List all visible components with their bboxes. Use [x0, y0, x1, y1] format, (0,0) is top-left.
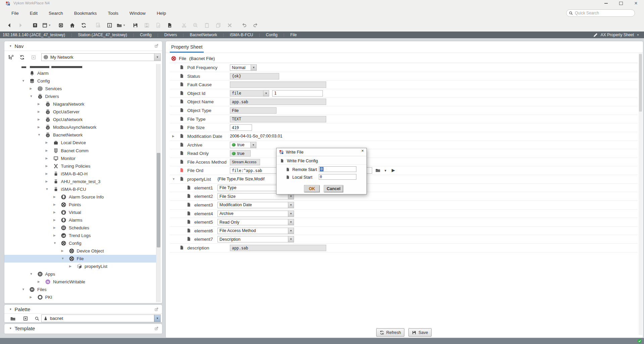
tree-item-config[interactable]: ▼Config — [4, 77, 156, 85]
nav-scope-dropdown[interactable]: My Network ▼ — [41, 53, 161, 61]
toolbar-paste-button[interactable] — [202, 20, 212, 30]
tree-expander-icon[interactable]: ▶ — [30, 87, 35, 90]
local-start-input[interactable]: 0 — [319, 174, 356, 180]
toolbar-save-all-button[interactable] — [142, 20, 152, 30]
tree-expander-icon[interactable]: ▶ — [38, 280, 42, 283]
breadcrumb-item[interactable]: BacnetNetwork — [190, 33, 217, 37]
field-element3[interactable]: Modification Date — [217, 202, 288, 208]
row-expander-icon[interactable]: ▶ — [172, 134, 175, 138]
toolbar-back-button[interactable] — [4, 20, 14, 30]
dropdown-arrow-button[interactable]: ▼ — [288, 219, 294, 225]
menu-bookmarks[interactable]: Bookmarks — [72, 11, 99, 16]
tree-item-trend-logs[interactable]: ▶Trend Logs — [4, 232, 156, 239]
toolbar-up-level-button[interactable] — [30, 20, 40, 30]
tree-expander-icon[interactable]: ▶ — [53, 211, 58, 214]
toolbar-forward-button[interactable] — [15, 20, 26, 30]
tree-expander-icon[interactable]: ▶ — [61, 249, 66, 252]
field-file-access-method[interactable]: Stream Access — [230, 159, 260, 165]
breadcrumb-item[interactable]: Config — [266, 33, 278, 37]
tree-expander-icon[interactable]: ▼ — [46, 187, 50, 191]
row-expander-icon[interactable]: ▼ — [172, 177, 175, 181]
tree-item-device-object[interactable]: ▶Device Object — [4, 247, 156, 255]
dropdown-arrow-button[interactable]: ▼ — [154, 54, 160, 61]
tree-item-file[interactable]: ▼File — [4, 255, 156, 263]
tree-expander-icon[interactable]: ▶ — [46, 180, 50, 183]
tree-item-propertylist[interactable]: ▶propertyList — [4, 263, 156, 270]
tree-expander-icon[interactable]: ▶ — [38, 110, 42, 113]
nav-scrollbar-thumb[interactable] — [157, 153, 160, 247]
toolbar-save-button[interactable] — [130, 20, 141, 30]
tree-item-pki[interactable]: ▶PKI — [4, 293, 156, 301]
field-object-id-type[interactable]: file — [230, 90, 263, 97]
menu-edit[interactable]: Edit — [28, 11, 40, 16]
field-fault-cause[interactable] — [230, 81, 326, 88]
palette-module-dropdown[interactable]: bacnet ▼ — [41, 314, 161, 322]
cancel-button[interactable]: Cancel — [324, 185, 343, 192]
tree-expander-icon[interactable]: ▼ — [53, 241, 58, 245]
refresh-icon[interactable] — [17, 53, 27, 62]
tree-expander-icon[interactable]: ▶ — [38, 125, 42, 129]
tree-item-alarm-source-info[interactable]: ▶Alarm Source Info — [4, 193, 156, 201]
tree-item-tuning-policies[interactable]: ▶Tuning Policies — [4, 162, 156, 170]
tree-item-isma-b-fcu[interactable]: ▼iSMA-B-FCU — [4, 185, 156, 193]
template-header[interactable]: ▾ Template — [4, 324, 162, 333]
toolbar-home-button[interactable] — [67, 20, 78, 30]
tree-view-icon[interactable] — [6, 53, 16, 62]
tree-item-alarms[interactable]: ▶Alarms — [4, 216, 156, 224]
tree-expander-icon[interactable]: ▼ — [38, 133, 42, 136]
tree-item-schedules[interactable]: ▶Schedules — [4, 224, 156, 232]
tree-item-drivers[interactable]: ▼Drivers — [4, 93, 156, 100]
toolbar-import-button[interactable] — [153, 20, 163, 30]
tree-item-apps[interactable]: ▼Apps — [4, 270, 156, 278]
tree-expander-icon[interactable]: ▶ — [53, 203, 58, 206]
field-element5[interactable]: Read Only — [217, 219, 288, 225]
menu-file[interactable]: File — [9, 11, 21, 16]
tree-expander-icon[interactable]: ▼ — [22, 79, 27, 82]
expand-panel-icon[interactable] — [154, 44, 159, 48]
tree-expander-icon[interactable]: ▼ — [61, 257, 66, 260]
view-selector[interactable]: AX Property Sheet ▼ — [593, 32, 639, 38]
dropdown-arrow-button[interactable]: ▼ — [154, 315, 160, 322]
dropdown-arrow-button[interactable]: ▼ — [288, 211, 294, 217]
menu-help[interactable]: Help — [155, 11, 168, 16]
ok-button[interactable]: OK — [304, 185, 320, 192]
field-poll-frequency[interactable]: Normal — [230, 64, 251, 71]
tab-property-sheet[interactable]: Property Sheet — [170, 42, 204, 53]
field-status[interactable]: {ok} — [230, 73, 279, 79]
field-read-only[interactable]: true — [230, 150, 251, 157]
chevron-down-icon[interactable]: ▼ — [123, 24, 126, 27]
tree-expander-icon[interactable]: ▶ — [38, 118, 42, 121]
dropdown-arrow-button[interactable]: ▼ — [288, 228, 294, 234]
toolbar-redo-button[interactable] — [250, 20, 261, 30]
remote-start-input[interactable]: 0 — [319, 166, 356, 172]
maximize-button[interactable] — [618, 1, 623, 6]
breadcrumb-item[interactable]: 192.168.1.140 (JACE_47_testowy) — [3, 33, 65, 37]
toolbar-refresh-button[interactable] — [79, 20, 89, 30]
tree-expander-icon[interactable]: ▶ — [53, 226, 58, 229]
chevron-down-icon[interactable]: ▼ — [48, 24, 51, 27]
dialog-close-icon[interactable]: × — [361, 149, 364, 153]
minimize-button[interactable] — [604, 1, 608, 6]
ord-folder-button[interactable] — [375, 168, 381, 173]
chevron-down-icon[interactable]: ▼ — [384, 169, 387, 172]
toolbar-export-button[interactable] — [164, 20, 175, 30]
nav-scrollbar[interactable] — [156, 64, 161, 302]
breadcrumb-item[interactable]: iSMA-B-FCU — [230, 33, 253, 37]
toolbar-copy-button[interactable] — [190, 20, 201, 30]
preview-icon[interactable] — [32, 314, 42, 323]
tree-item-bacnet-comm[interactable]: ▶Bacnet Comm — [4, 147, 156, 155]
toolbar-open-window-button[interactable]: ▼ — [41, 20, 52, 30]
main-scrollbar-thumb[interactable] — [639, 54, 642, 112]
tree-item-points[interactable]: ▶Points — [4, 201, 156, 209]
field-element4[interactable]: Archive — [217, 211, 288, 217]
field-element7[interactable]: Description — [217, 236, 288, 242]
field-file-size[interactable]: 419 — [230, 124, 252, 131]
nav-header[interactable]: ▾ Nav — [4, 41, 162, 51]
expand-panel-icon[interactable] — [154, 326, 159, 331]
breadcrumb-item[interactable]: Station (JACE_47_testowy) — [78, 33, 127, 37]
tree-item-virtual[interactable]: ▶Virtual — [4, 209, 156, 216]
tree-item-config[interactable]: ▼Config — [4, 239, 156, 247]
tree-item-clipped[interactable] — [4, 301, 156, 302]
tree-expander-icon[interactable]: ▶ — [38, 102, 42, 106]
breadcrumb-item[interactable]: Drivers — [164, 33, 177, 37]
